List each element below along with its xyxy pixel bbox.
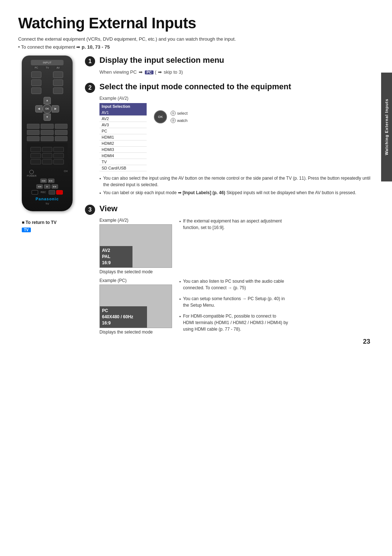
- av2-line3: 16:9: [102, 260, 130, 266]
- next-btn: ▶▶|: [48, 179, 54, 183]
- input-menu-item-sdcard: SD Card/USB: [99, 165, 147, 171]
- remote-btn-4: [53, 79, 63, 86]
- brand-logo: Panasonic: [25, 197, 69, 201]
- num-btn-2: [42, 147, 53, 152]
- page-title: Watching External Inputs: [18, 15, 374, 32]
- to-return-tv: ■ To return to TV: [22, 220, 73, 225]
- ok-icon-container: OK ① select ② watch: [154, 103, 188, 171]
- ok-circle: OK: [154, 110, 167, 123]
- av2-bullet: • If the external equipment has an aspec…: [179, 218, 288, 231]
- input-menu-item-av3: AV3: [99, 122, 147, 128]
- step-2-header: 2 Select the input mode connected to the…: [85, 82, 374, 93]
- input-menu-item-av1: AV1: [99, 110, 147, 116]
- view-desc-pc: Displays the selected mode: [99, 330, 172, 335]
- input-menu-item-tv: TV: [99, 159, 147, 165]
- rew-btn: ◀◀: [36, 184, 43, 189]
- step-2-title: Select the input mode connected to the e…: [99, 82, 291, 91]
- input-menu-item-hdmi3: HDMI3: [99, 147, 147, 153]
- remote-container: INPUT PC TV AV: [18, 56, 76, 342]
- view-pair-pc: Example (PC) PC 640X480 / 60Hz 16:9 Disp…: [99, 278, 374, 335]
- num-buttons: [30, 147, 64, 164]
- example-pc-label: Example (PC): [99, 278, 172, 283]
- ok-annotation-2: ② watch: [171, 118, 188, 123]
- dpad-ok: OK: [42, 104, 52, 114]
- num-btn-7: [30, 159, 41, 164]
- connect-ref: p. 10, 73 - 75: [82, 44, 110, 50]
- power-ch-row: POWER CH: [27, 170, 68, 177]
- step-2-example-label: Example (AV2): [99, 96, 374, 101]
- input-menu: Input Selection AV1 AV2 AV3 PC HDMI1 HDM…: [99, 103, 147, 171]
- record-btn: [56, 190, 63, 195]
- nav-btn-4: [27, 130, 40, 135]
- remote-top: INPUT PC TV AV: [25, 60, 69, 69]
- step-1-section: 1 Display the input selection menu When …: [85, 56, 374, 75]
- nav-btn-9: [55, 136, 68, 141]
- num-btn-1: [30, 147, 41, 152]
- pc-bullet-2: • You can setup some functions → PC Setu…: [179, 295, 288, 308]
- num-btn-9: [53, 159, 64, 164]
- view-desc-av2: Displays the selected mode: [99, 269, 172, 274]
- tv-input-label: TV: [44, 66, 50, 69]
- num-btn-3: [53, 147, 64, 152]
- pc-line1: PC: [102, 308, 145, 314]
- num-btn-8: [42, 159, 53, 164]
- record-row: REC: [26, 190, 68, 195]
- remote-btn-5: [31, 87, 41, 94]
- bullet-text-1: You can also select the input using the …: [103, 175, 374, 188]
- view-box-pc: PC 640X480 / 60Hz 16:9: [99, 285, 172, 328]
- intro-text: Connect the external equipment (VCRs, DV…: [18, 36, 374, 43]
- input-menu-item-pc: PC: [99, 128, 147, 134]
- step-3-title: View: [99, 204, 118, 213]
- dpad-middle-row: ◀ OK ▶: [35, 104, 59, 114]
- fwd-btn: ▶▶: [52, 184, 58, 189]
- bullet-dot-1: •: [99, 176, 101, 188]
- pc-line2: 640X480 / 60Hz: [102, 314, 145, 320]
- view-box-av2: AV2 PAL 16:9: [99, 224, 172, 268]
- view-box-info-av2: AV2 PAL 16:9: [100, 246, 132, 267]
- remote-tv-label: TV: [25, 202, 69, 205]
- num-btn-6: [53, 153, 64, 158]
- page-number: 23: [363, 338, 370, 346]
- stop-btn: [32, 190, 38, 195]
- nav-btn-5: [41, 130, 53, 135]
- av2-side-notes: • If the external equipment has an aspec…: [179, 218, 288, 232]
- play-btn: ▶: [44, 184, 50, 189]
- input-menu-item-av2: AV2: [99, 116, 147, 122]
- step-2-number: 2: [85, 83, 95, 93]
- nav-btn-6: [55, 130, 68, 135]
- pc-bullet-1: • You can also listen to PC sound with t…: [179, 278, 288, 291]
- input-bar: INPUT: [31, 60, 64, 65]
- right-sidebar: Watching External Inputs: [381, 73, 392, 181]
- input-menu-header: Input Selection: [99, 103, 147, 110]
- step-3-section: 3 View Example (AV2) AV2 PAL 16:9: [85, 204, 374, 335]
- step-2-bullets: • You can also select the input using th…: [99, 175, 374, 197]
- prev-btn: |◀◀: [40, 179, 47, 183]
- num-btn-4: [30, 153, 41, 158]
- remote-btn-6: [53, 87, 63, 94]
- pause-btn: [49, 190, 55, 195]
- connect-note: • To connect the equipment ➡ p. 10, 73 -…: [18, 44, 374, 50]
- example-av2-label: Example (AV2): [99, 218, 172, 223]
- input-menu-item-hdmi4: HDMI4: [99, 153, 147, 159]
- step-2-section: 2 Select the input mode connected to the…: [85, 82, 374, 197]
- ok-annotation-1: ① select: [171, 111, 188, 116]
- bullet-item-2: • You can label or skip each input mode …: [99, 189, 374, 197]
- step-3-number: 3: [85, 205, 95, 215]
- dpad-up: ▲: [44, 97, 51, 104]
- view-pair-av2: Example (AV2) AV2 PAL 16:9 Displays the …: [99, 218, 374, 274]
- pc-badge: PC: [145, 70, 154, 74]
- pc-line3: 16:9: [102, 320, 145, 326]
- sidebar-label: Watching External Inputs: [384, 99, 389, 155]
- top-btn-row-3: [25, 87, 69, 94]
- annotation-circle-2: ②: [171, 118, 176, 123]
- nav-btn-8: [41, 136, 53, 141]
- pc-bullet-3: • For HDMI-compatible PC, possible to co…: [179, 313, 288, 332]
- tv-badge: TV: [22, 228, 31, 232]
- ok-annotations: ① select ② watch: [171, 111, 188, 123]
- ch-label: CH: [64, 170, 68, 177]
- input-labels: PC TV AV: [31, 66, 64, 69]
- step-3-header: 3 View: [85, 204, 374, 215]
- top-btn-row-2: [25, 79, 69, 86]
- dpad-right: ▶: [52, 105, 59, 113]
- nav-btn-3: [55, 124, 68, 129]
